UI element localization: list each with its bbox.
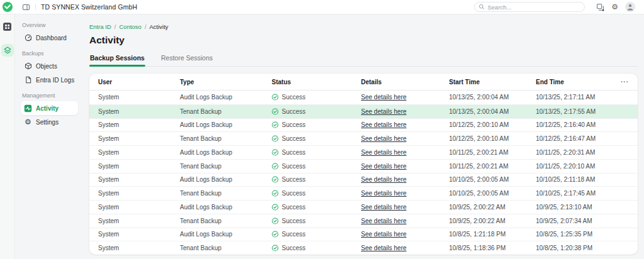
breadcrumb-entra-id[interactable]: Entra ID <box>89 23 111 30</box>
main-content: Entra ID / Contoso / Activity Activity B… <box>81 14 644 259</box>
see-details-link[interactable]: See details here <box>361 204 406 211</box>
table-row[interactable]: System Tenant Backup Success See details… <box>89 214 638 228</box>
sidebar-item-label: Objects <box>36 63 57 70</box>
see-details-link[interactable]: See details here <box>361 163 406 170</box>
table-row[interactable]: System Audit Logs Backup Success See det… <box>89 118 638 132</box>
sessions-table-card: User Type Status Details Start Time End … <box>89 74 638 255</box>
table-row[interactable]: System Tenant Backup Success See details… <box>89 159 638 173</box>
cell-details: See details here <box>361 218 449 224</box>
sidebar-item-objects[interactable]: Objects <box>21 59 78 73</box>
user-avatar[interactable] <box>625 2 635 12</box>
sidebar-section-management: Management <box>22 92 78 99</box>
sidebar-item-settings[interactable]: ⚙ Settings <box>21 115 78 129</box>
cell-details: See details here <box>361 121 449 128</box>
cell-end-time: 10/11/25, 2:20:31 AM <box>536 149 616 156</box>
document-icon <box>24 76 32 84</box>
table-row[interactable]: System Audit Logs Backup Success See det… <box>89 173 638 187</box>
table-row[interactable]: System Tenant Backup Success See details… <box>89 186 638 200</box>
success-check-icon <box>272 163 279 170</box>
status-text: Success <box>282 94 306 101</box>
success-check-icon <box>272 231 279 238</box>
success-check-icon <box>272 94 279 101</box>
cell-type: Tenant Backup <box>180 108 272 115</box>
see-details-link[interactable]: See details here <box>361 108 406 115</box>
cell-type: Tenant Backup <box>180 218 272 224</box>
cell-start-time: 10/9/25, 2:00:22 AM <box>449 204 536 211</box>
cell-details: See details here <box>361 204 449 211</box>
cell-end-time: 10/9/25, 2:13:10 AM <box>536 204 616 211</box>
sidebar-item-dashboard[interactable]: Dashboard <box>21 31 78 45</box>
sidebar-item-entra-id-logs[interactable]: Entra ID Logs <box>21 73 78 87</box>
apps-grid-icon[interactable] <box>3 23 11 31</box>
cell-type: Tenant Backup <box>180 190 272 197</box>
see-details-link[interactable]: See details here <box>361 135 406 142</box>
see-details-link[interactable]: See details here <box>361 245 406 251</box>
cell-user: System <box>98 108 180 115</box>
status-text: Success <box>282 190 306 197</box>
cell-user: System <box>98 218 180 224</box>
search-icon <box>479 4 485 10</box>
veeam-logo-icon[interactable] <box>3 2 13 12</box>
sidebar-section-backups: Backups <box>22 50 78 57</box>
breadcrumb-separator: / <box>114 23 116 30</box>
sidebar-toggle-icon[interactable] <box>22 3 30 11</box>
see-details-link[interactable]: See details here <box>361 149 406 156</box>
table-row[interactable]: System Tenant Backup Success See details… <box>89 131 638 145</box>
settings-gear-icon[interactable]: ⚙ <box>611 3 618 11</box>
search-input[interactable] <box>474 2 585 12</box>
feedback-icon[interactable] <box>596 3 604 11</box>
cell-type: Tenant Backup <box>180 163 272 170</box>
table-row[interactable]: System Audit Logs Backup Success See det… <box>89 200 638 214</box>
cell-details: See details here <box>361 94 449 101</box>
cell-end-time: 10/8/25, 1:25:35 PM <box>536 231 616 238</box>
sidebar: Overview Dashboard Backups Objects <box>15 14 81 259</box>
cell-details: See details here <box>361 176 449 183</box>
tab-restore-sessions[interactable]: Restore Sessions <box>160 54 213 66</box>
sidebar-section-overview: Overview <box>22 22 78 28</box>
see-details-link[interactable]: See details here <box>361 121 406 128</box>
breadcrumb-separator: / <box>145 23 147 30</box>
active-product-icon[interactable] <box>1 44 14 57</box>
sidebar-item-label: Dashboard <box>36 35 67 41</box>
see-details-link[interactable]: See details here <box>361 190 406 197</box>
breadcrumb: Entra ID / Contoso / Activity <box>89 23 638 30</box>
cell-status: Success <box>272 190 361 197</box>
cell-start-time: 10/8/25, 1:18:36 PM <box>449 245 536 251</box>
column-header-status: Status <box>272 79 361 85</box>
table-row[interactable]: System Audit Logs Backup Success See det… <box>89 145 638 159</box>
see-details-link[interactable]: See details here <box>361 94 406 101</box>
breadcrumb-contoso[interactable]: Contoso <box>119 23 142 30</box>
cell-start-time: 10/8/25, 1:21:18 PM <box>449 231 536 238</box>
table-row[interactable]: System Audit Logs Backup Success See det… <box>89 228 638 241</box>
success-check-icon <box>272 176 279 183</box>
cell-type: Audit Logs Backup <box>180 204 272 211</box>
cell-status: Success <box>272 204 361 211</box>
cell-details: See details here <box>361 108 449 115</box>
cell-user: System <box>98 149 180 156</box>
cell-user: System <box>98 94 180 101</box>
success-check-icon <box>272 149 279 156</box>
see-details-link[interactable]: See details here <box>361 231 406 238</box>
column-header-start-time: Start Time <box>449 79 536 85</box>
status-text: Success <box>282 135 306 142</box>
tab-backup-sessions[interactable]: Backup Sessions <box>89 54 145 66</box>
table-row[interactable]: System Audit Logs Backup Success See det… <box>89 91 638 104</box>
see-details-link[interactable]: See details here <box>361 218 406 224</box>
column-header-user: User <box>98 79 180 85</box>
cell-status: Success <box>272 149 361 156</box>
cell-start-time: 10/11/25, 2:00:21 AM <box>449 163 536 170</box>
objects-cube-icon <box>24 62 32 70</box>
cell-user: System <box>98 204 180 211</box>
column-options-ellipsis-icon[interactable]: ··· <box>616 79 629 85</box>
see-details-link[interactable]: See details here <box>361 176 406 183</box>
sidebar-item-label: Entra ID Logs <box>36 77 74 84</box>
cell-user: System <box>98 163 180 170</box>
sidebar-item-activity[interactable]: Activity <box>21 101 78 115</box>
cell-user: System <box>98 135 180 142</box>
table-row[interactable]: System Tenant Backup Success See details… <box>89 104 638 118</box>
activity-icon <box>24 104 32 113</box>
search-field[interactable] <box>487 4 580 11</box>
company-name: TD SYNNEX Switzerland GmbH <box>41 3 137 11</box>
table-row[interactable]: System Tenant Backup Success See details… <box>89 241 638 255</box>
cell-status: Success <box>272 231 361 238</box>
